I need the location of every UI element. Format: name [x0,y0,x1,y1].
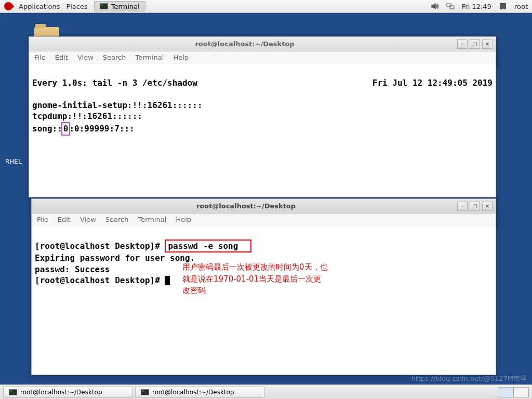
watch-header-right: Fri Jul 12 12:49:05 2019 [373,77,493,89]
watermark: https://blog.csdn.net/@5127M南容 [411,374,527,383]
clock[interactable]: Fri 12:49 [462,3,491,10]
menubar-2: File Edit View Search Terminal Help [32,214,496,226]
user-icon [499,2,507,10]
menu-terminal[interactable]: Terminal [138,216,166,223]
active-app-indicator[interactable]: Terminal [94,1,145,11]
menu-view[interactable]: View [80,216,96,223]
titlebar-1[interactable]: root@localhost:~/Desktop – □ × [29,37,496,51]
maximize-button[interactable]: □ [470,202,480,211]
menu-search[interactable]: Search [103,54,126,61]
menu-search[interactable]: Search [105,216,129,223]
close-button[interactable]: × [482,39,493,49]
active-app-label: Terminal [111,3,140,10]
shadow-line-3-pre: song:: [32,124,62,134]
svg-rect-0 [447,4,451,7]
terminal-content-1[interactable]: Every 1.0s: tail -n 3 /etc/shadowFri Jul… [29,64,496,149]
workspace-1[interactable] [498,387,513,397]
prompt-1: [root@localhost Desktop]# [35,241,165,251]
bottom-taskbar: root@localhost:~/Desktop root@localhost:… [0,384,532,399]
redhat-icon [3,1,15,12]
taskbar-label: root@localhost:~/Desktop [20,389,102,396]
titlebar-2[interactable]: root@localhost:~/Desktop – □ × [32,199,496,214]
applications-menu[interactable]: Applications [19,3,60,10]
volume-icon[interactable] [431,2,439,10]
window-title: root@localhost:~/Desktop [35,202,457,210]
top-panel: Applications Places Terminal Fri 12:49 r… [0,0,532,13]
terminal-window-2: root@localhost:~/Desktop – □ × File Edit… [31,198,496,375]
terminal-cursor [165,276,170,285]
terminal-icon [9,389,17,395]
menu-file[interactable]: File [37,216,48,223]
svg-rect-1 [450,6,454,9]
highlighted-command: passwd -e song [165,240,251,253]
minimize-button[interactable]: – [457,202,468,211]
menu-help[interactable]: Help [173,54,189,61]
minimize-button[interactable]: – [457,39,468,49]
terminal-icon [141,389,149,395]
menu-edit[interactable]: Edit [55,54,68,61]
svg-rect-2 [500,3,506,9]
workspace-2[interactable] [513,387,529,397]
menu-file[interactable]: File [34,54,46,61]
watch-header-left: Every 1.0s: tail -n 3 /etc/shadow [32,78,197,88]
maximize-button[interactable]: □ [470,39,480,49]
output-line-2: passwd: Success [35,264,110,274]
red-annotation: 用户密码最后一次被更改的时间为0天，也就是说在1970-01-01当天是最后一次… [182,261,328,297]
menubar-1: File Edit View Search Terminal Help [29,51,496,64]
places-menu[interactable]: Places [66,3,87,10]
taskbar-label: root@localhost:~/Desktop [152,389,234,396]
terminal-window-1: root@localhost:~/Desktop – □ × File Edit… [29,36,496,197]
window-title: root@localhost:~/Desktop [32,40,457,48]
network-icon[interactable] [446,2,455,10]
menu-terminal[interactable]: Terminal [135,54,164,61]
shadow-line-1: gnome-initial-setup:!!:16261:::::: [32,100,203,110]
user-menu[interactable]: root [514,3,528,10]
close-button[interactable]: × [482,202,493,211]
menu-edit[interactable]: Edit [58,216,71,223]
output-line-1: Expiring password for user song. [35,253,195,263]
taskbar-entry-1[interactable]: root@localhost:~/Desktop [3,387,133,398]
menu-view[interactable]: View [77,54,94,61]
workspace-pager[interactable] [498,387,529,397]
taskbar-entry-2[interactable]: root@localhost:~/Desktop [135,387,265,398]
shadow-line-2: tcpdump:!!:16261:::::: [32,111,142,121]
shadow-line-3-post: :0:99999:7::: [69,124,134,134]
desktop-rhel-label: RHEL [5,158,22,165]
prompt-2: [root@localhost Desktop]# [35,275,165,285]
terminal-icon [100,3,108,9]
terminal-content-2[interactable]: [root@localhost Desktop]# passwd -e song… [32,226,496,311]
menu-help[interactable]: Help [176,216,191,223]
